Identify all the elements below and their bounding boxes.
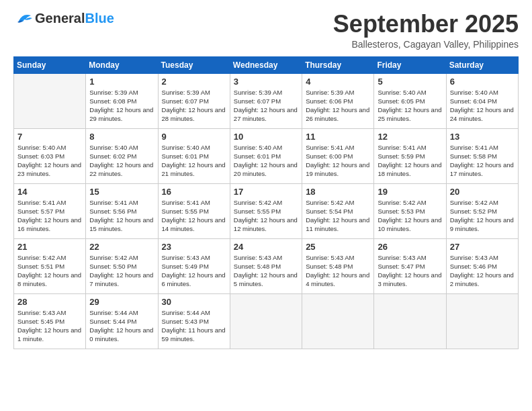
day-info: Sunrise: 5:40 AMSunset: 6:04 PMDaylight:… xyxy=(450,88,515,124)
calendar-cell: 27Sunrise: 5:43 AMSunset: 5:46 PMDayligh… xyxy=(446,238,518,293)
day-info: Sunrise: 5:43 AMSunset: 5:46 PMDaylight:… xyxy=(450,253,515,289)
weekday-tuesday: Tuesday xyxy=(158,56,230,73)
calendar-week-row: 14Sunrise: 5:41 AMSunset: 5:57 PMDayligh… xyxy=(14,183,519,238)
day-number: 21 xyxy=(17,242,82,252)
calendar-cell: 29Sunrise: 5:44 AMSunset: 5:44 PMDayligh… xyxy=(86,293,158,349)
day-number: 5 xyxy=(378,77,442,87)
calendar-cell: 15Sunrise: 5:41 AMSunset: 5:56 PMDayligh… xyxy=(86,183,158,238)
day-info: Sunrise: 5:42 AMSunset: 5:54 PMDaylight:… xyxy=(306,198,370,234)
day-number: 2 xyxy=(162,77,226,87)
day-info: Sunrise: 5:40 AMSunset: 6:05 PMDaylight:… xyxy=(378,88,442,124)
day-number: 13 xyxy=(450,132,515,142)
calendar-table: SundayMondayTuesdayWednesdayThursdayFrid… xyxy=(13,56,519,349)
day-info: Sunrise: 5:43 AMSunset: 5:47 PMDaylight:… xyxy=(378,253,442,289)
day-number: 8 xyxy=(89,132,154,142)
calendar-cell: 14Sunrise: 5:41 AMSunset: 5:57 PMDayligh… xyxy=(14,183,86,238)
day-number: 23 xyxy=(162,242,226,252)
calendar-cell: 25Sunrise: 5:43 AMSunset: 5:48 PMDayligh… xyxy=(302,238,374,293)
calendar-cell: 4Sunrise: 5:39 AMSunset: 6:06 PMDaylight… xyxy=(302,73,374,128)
calendar-cell: 12Sunrise: 5:41 AMSunset: 5:59 PMDayligh… xyxy=(374,128,446,183)
day-info: Sunrise: 5:41 AMSunset: 5:59 PMDaylight:… xyxy=(378,143,442,179)
location: Ballesteros, Cagayan Valley, Philippines xyxy=(333,39,519,50)
day-number: 18 xyxy=(306,187,370,197)
day-number: 4 xyxy=(306,77,370,87)
day-number: 15 xyxy=(89,187,154,197)
weekday-monday: Monday xyxy=(86,56,158,73)
day-number: 17 xyxy=(234,187,298,197)
calendar-cell: 20Sunrise: 5:42 AMSunset: 5:52 PMDayligh… xyxy=(446,183,518,238)
day-number: 3 xyxy=(234,77,298,87)
weekday-thursday: Thursday xyxy=(302,56,374,73)
page: GeneralBlue September 2025 Ballesteros, … xyxy=(0,0,532,411)
day-info: Sunrise: 5:39 AMSunset: 6:07 PMDaylight:… xyxy=(162,88,226,124)
calendar-cell xyxy=(446,293,518,349)
title-block: September 2025 Ballesteros, Cagayan Vall… xyxy=(333,11,519,50)
calendar-cell: 16Sunrise: 5:41 AMSunset: 5:55 PMDayligh… xyxy=(158,183,230,238)
calendar-week-row: 28Sunrise: 5:43 AMSunset: 5:45 PMDayligh… xyxy=(14,293,519,349)
day-info: Sunrise: 5:42 AMSunset: 5:50 PMDaylight:… xyxy=(89,253,154,289)
day-number: 7 xyxy=(17,132,82,142)
day-info: Sunrise: 5:40 AMSunset: 6:01 PMDaylight:… xyxy=(162,143,226,179)
calendar-cell: 26Sunrise: 5:43 AMSunset: 5:47 PMDayligh… xyxy=(374,238,446,293)
day-info: Sunrise: 5:41 AMSunset: 5:58 PMDaylight:… xyxy=(450,143,515,179)
calendar-cell: 11Sunrise: 5:41 AMSunset: 6:00 PMDayligh… xyxy=(302,128,374,183)
day-info: Sunrise: 5:39 AMSunset: 6:08 PMDaylight:… xyxy=(89,88,154,124)
day-number: 16 xyxy=(162,187,226,197)
calendar-cell: 18Sunrise: 5:42 AMSunset: 5:54 PMDayligh… xyxy=(302,183,374,238)
calendar-cell: 24Sunrise: 5:43 AMSunset: 5:48 PMDayligh… xyxy=(230,238,302,293)
day-info: Sunrise: 5:41 AMSunset: 6:00 PMDaylight:… xyxy=(306,143,370,179)
calendar-cell xyxy=(302,293,374,349)
logo-text: GeneralBlue xyxy=(35,11,114,26)
weekday-sunday: Sunday xyxy=(14,56,86,73)
calendar-week-row: 1Sunrise: 5:39 AMSunset: 6:08 PMDaylight… xyxy=(14,73,519,128)
calendar-week-row: 7Sunrise: 5:40 AMSunset: 6:03 PMDaylight… xyxy=(14,128,519,183)
calendar-cell: 23Sunrise: 5:43 AMSunset: 5:49 PMDayligh… xyxy=(158,238,230,293)
day-number: 19 xyxy=(378,187,442,197)
day-info: Sunrise: 5:42 AMSunset: 5:55 PMDaylight:… xyxy=(234,198,298,234)
day-info: Sunrise: 5:41 AMSunset: 5:55 PMDaylight:… xyxy=(162,198,226,234)
calendar-cell: 8Sunrise: 5:40 AMSunset: 6:02 PMDaylight… xyxy=(86,128,158,183)
day-number: 26 xyxy=(378,242,442,252)
day-number: 6 xyxy=(450,77,515,87)
calendar-cell: 9Sunrise: 5:40 AMSunset: 6:01 PMDaylight… xyxy=(158,128,230,183)
weekday-friday: Friday xyxy=(374,56,446,73)
day-info: Sunrise: 5:43 AMSunset: 5:45 PMDaylight:… xyxy=(17,308,82,344)
calendar-cell: 21Sunrise: 5:42 AMSunset: 5:51 PMDayligh… xyxy=(14,238,86,293)
day-info: Sunrise: 5:43 AMSunset: 5:49 PMDaylight:… xyxy=(162,253,226,289)
day-info: Sunrise: 5:44 AMSunset: 5:43 PMDaylight:… xyxy=(162,308,226,344)
day-number: 27 xyxy=(450,242,515,252)
day-info: Sunrise: 5:40 AMSunset: 6:03 PMDaylight:… xyxy=(17,143,82,179)
day-info: Sunrise: 5:43 AMSunset: 5:48 PMDaylight:… xyxy=(306,253,370,289)
day-number: 24 xyxy=(234,242,298,252)
day-number: 14 xyxy=(17,187,82,197)
day-info: Sunrise: 5:43 AMSunset: 5:48 PMDaylight:… xyxy=(234,253,298,289)
calendar-cell: 10Sunrise: 5:40 AMSunset: 6:01 PMDayligh… xyxy=(230,128,302,183)
day-info: Sunrise: 5:40 AMSunset: 6:01 PMDaylight:… xyxy=(234,143,298,179)
day-info: Sunrise: 5:40 AMSunset: 6:02 PMDaylight:… xyxy=(89,143,154,179)
calendar-cell xyxy=(14,73,86,128)
day-number: 12 xyxy=(378,132,442,142)
day-number: 9 xyxy=(162,132,226,142)
day-info: Sunrise: 5:39 AMSunset: 6:07 PMDaylight:… xyxy=(234,88,298,124)
weekday-saturday: Saturday xyxy=(446,56,518,73)
weekday-header-row: SundayMondayTuesdayWednesdayThursdayFrid… xyxy=(14,56,519,73)
calendar-cell: 2Sunrise: 5:39 AMSunset: 6:07 PMDaylight… xyxy=(158,73,230,128)
day-number: 10 xyxy=(234,132,298,142)
day-info: Sunrise: 5:42 AMSunset: 5:52 PMDaylight:… xyxy=(450,198,515,234)
calendar-cell: 6Sunrise: 5:40 AMSunset: 6:04 PMDaylight… xyxy=(446,73,518,128)
day-number: 30 xyxy=(162,297,226,307)
day-number: 20 xyxy=(450,187,515,197)
calendar-cell: 22Sunrise: 5:42 AMSunset: 5:50 PMDayligh… xyxy=(86,238,158,293)
day-info: Sunrise: 5:42 AMSunset: 5:53 PMDaylight:… xyxy=(378,198,442,234)
day-number: 25 xyxy=(306,242,370,252)
calendar-week-row: 21Sunrise: 5:42 AMSunset: 5:51 PMDayligh… xyxy=(14,238,519,293)
calendar-cell: 30Sunrise: 5:44 AMSunset: 5:43 PMDayligh… xyxy=(158,293,230,349)
day-number: 28 xyxy=(17,297,82,307)
weekday-wednesday: Wednesday xyxy=(230,56,302,73)
day-info: Sunrise: 5:44 AMSunset: 5:44 PMDaylight:… xyxy=(89,308,154,344)
day-number: 11 xyxy=(306,132,370,142)
day-number: 1 xyxy=(89,77,154,87)
day-info: Sunrise: 5:41 AMSunset: 5:57 PMDaylight:… xyxy=(17,198,82,234)
calendar-cell: 19Sunrise: 5:42 AMSunset: 5:53 PMDayligh… xyxy=(374,183,446,238)
day-info: Sunrise: 5:42 AMSunset: 5:51 PMDaylight:… xyxy=(17,253,82,289)
